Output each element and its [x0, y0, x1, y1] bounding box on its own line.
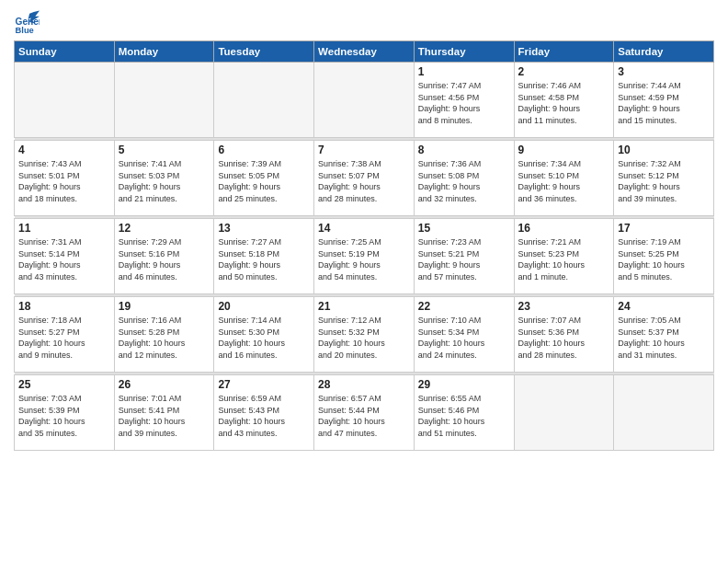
day-info: Sunrise: 7:03 AM Sunset: 5:39 PM Dayligh… — [18, 393, 110, 439]
calendar-cell: 15Sunrise: 7:23 AM Sunset: 5:21 PM Dayli… — [414, 219, 514, 294]
day-info: Sunrise: 7:44 AM Sunset: 4:59 PM Dayligh… — [618, 80, 710, 126]
calendar-cell: 19Sunrise: 7:16 AM Sunset: 5:28 PM Dayli… — [114, 297, 214, 373]
calendar-cell — [514, 375, 614, 451]
day-number: 27 — [218, 378, 310, 391]
calendar-week-row: 4Sunrise: 7:43 AM Sunset: 5:01 PM Daylig… — [15, 141, 714, 216]
day-info: Sunrise: 7:36 AM Sunset: 5:08 PM Dayligh… — [418, 158, 510, 204]
calendar-cell: 14Sunrise: 7:25 AM Sunset: 5:19 PM Dayli… — [314, 219, 415, 294]
day-number: 3 — [618, 65, 710, 78]
day-number: 17 — [618, 222, 710, 235]
calendar-cell: 11Sunrise: 7:31 AM Sunset: 5:14 PM Dayli… — [15, 219, 115, 294]
calendar-cell: 25Sunrise: 7:03 AM Sunset: 5:39 PM Dayli… — [15, 375, 115, 451]
calendar-cell: 1Sunrise: 7:47 AM Sunset: 4:56 PM Daylig… — [414, 63, 514, 138]
weekday-header-friday: Friday — [514, 41, 614, 63]
weekday-header-wednesday: Wednesday — [314, 41, 415, 63]
day-info: Sunrise: 7:25 AM Sunset: 5:19 PM Dayligh… — [318, 236, 410, 282]
day-number: 1 — [418, 65, 510, 78]
day-info: Sunrise: 7:01 AM Sunset: 5:41 PM Dayligh… — [119, 393, 210, 439]
day-number: 26 — [119, 378, 210, 391]
svg-text:Blue: Blue — [16, 26, 34, 35]
calendar-cell: 8Sunrise: 7:36 AM Sunset: 5:08 PM Daylig… — [414, 141, 514, 216]
calendar-cell: 23Sunrise: 7:07 AM Sunset: 5:36 PM Dayli… — [514, 297, 614, 373]
logo: General Blue — [14, 9, 40, 35]
weekday-header-sunday: Sunday — [15, 41, 115, 63]
weekday-header-monday: Monday — [114, 41, 214, 63]
day-info: Sunrise: 7:14 AM Sunset: 5:30 PM Dayligh… — [218, 315, 310, 361]
calendar-cell: 13Sunrise: 7:27 AM Sunset: 5:18 PM Dayli… — [214, 219, 314, 294]
calendar-week-row: 1Sunrise: 7:47 AM Sunset: 4:56 PM Daylig… — [15, 63, 714, 138]
weekday-header-thursday: Thursday — [414, 41, 514, 63]
day-info: Sunrise: 7:21 AM Sunset: 5:23 PM Dayligh… — [518, 236, 610, 282]
calendar-cell: 22Sunrise: 7:10 AM Sunset: 5:34 PM Dayli… — [414, 297, 514, 373]
day-info: Sunrise: 7:16 AM Sunset: 5:28 PM Dayligh… — [119, 315, 210, 361]
calendar-cell: 17Sunrise: 7:19 AM Sunset: 5:25 PM Dayli… — [614, 219, 714, 294]
calendar-cell: 26Sunrise: 7:01 AM Sunset: 5:41 PM Dayli… — [114, 375, 214, 451]
day-number: 24 — [618, 300, 710, 313]
day-info: Sunrise: 7:43 AM Sunset: 5:01 PM Dayligh… — [18, 158, 110, 204]
calendar-week-row: 25Sunrise: 7:03 AM Sunset: 5:39 PM Dayli… — [15, 375, 714, 451]
day-info: Sunrise: 7:29 AM Sunset: 5:16 PM Dayligh… — [119, 236, 210, 282]
day-info: Sunrise: 6:59 AM Sunset: 5:43 PM Dayligh… — [218, 393, 310, 439]
calendar-cell: 18Sunrise: 7:18 AM Sunset: 5:27 PM Dayli… — [15, 297, 115, 373]
calendar-cell: 20Sunrise: 7:14 AM Sunset: 5:30 PM Dayli… — [214, 297, 314, 373]
day-number: 16 — [518, 222, 610, 235]
calendar-cell: 12Sunrise: 7:29 AM Sunset: 5:16 PM Dayli… — [114, 219, 214, 294]
day-number: 7 — [318, 144, 410, 156]
calendar-cell: 28Sunrise: 6:57 AM Sunset: 5:44 PM Dayli… — [314, 375, 415, 451]
day-info: Sunrise: 7:41 AM Sunset: 5:03 PM Dayligh… — [119, 158, 210, 204]
day-info: Sunrise: 7:32 AM Sunset: 5:12 PM Dayligh… — [618, 158, 710, 204]
day-info: Sunrise: 7:46 AM Sunset: 4:58 PM Dayligh… — [518, 80, 610, 126]
calendar-cell: 9Sunrise: 7:34 AM Sunset: 5:10 PM Daylig… — [514, 141, 614, 216]
day-number: 23 — [518, 300, 610, 313]
day-info: Sunrise: 7:27 AM Sunset: 5:18 PM Dayligh… — [218, 236, 310, 282]
weekday-header-tuesday: Tuesday — [214, 41, 314, 63]
day-number: 18 — [18, 300, 110, 313]
day-number: 19 — [119, 300, 210, 313]
day-info: Sunrise: 7:19 AM Sunset: 5:25 PM Dayligh… — [618, 236, 710, 282]
day-number: 22 — [418, 300, 510, 313]
calendar-cell — [114, 63, 214, 138]
day-number: 6 — [218, 144, 310, 156]
day-info: Sunrise: 7:18 AM Sunset: 5:27 PM Dayligh… — [18, 315, 110, 361]
day-number: 20 — [218, 300, 310, 313]
calendar-cell: 3Sunrise: 7:44 AM Sunset: 4:59 PM Daylig… — [614, 63, 714, 138]
day-number: 11 — [18, 222, 110, 235]
day-number: 10 — [618, 144, 710, 156]
day-number: 28 — [318, 378, 410, 391]
day-number: 5 — [119, 144, 210, 156]
day-info: Sunrise: 7:34 AM Sunset: 5:10 PM Dayligh… — [518, 158, 610, 204]
weekday-header-saturday: Saturday — [614, 41, 714, 63]
calendar-table: SundayMondayTuesdayWednesdayThursdayFrid… — [14, 40, 714, 451]
calendar-cell: 29Sunrise: 6:55 AM Sunset: 5:46 PM Dayli… — [414, 375, 514, 451]
day-info: Sunrise: 7:47 AM Sunset: 4:56 PM Dayligh… — [418, 80, 510, 126]
day-info: Sunrise: 7:23 AM Sunset: 5:21 PM Dayligh… — [418, 236, 510, 282]
day-number: 15 — [418, 222, 510, 235]
calendar-cell: 2Sunrise: 7:46 AM Sunset: 4:58 PM Daylig… — [514, 63, 614, 138]
page-header: General Blue — [14, 9, 714, 35]
day-number: 21 — [318, 300, 410, 313]
day-info: Sunrise: 7:38 AM Sunset: 5:07 PM Dayligh… — [318, 158, 410, 204]
day-number: 9 — [518, 144, 610, 156]
day-info: Sunrise: 7:10 AM Sunset: 5:34 PM Dayligh… — [418, 315, 510, 361]
calendar-cell: 4Sunrise: 7:43 AM Sunset: 5:01 PM Daylig… — [15, 141, 115, 216]
calendar-cell: 7Sunrise: 7:38 AM Sunset: 5:07 PM Daylig… — [314, 141, 415, 216]
calendar-cell: 21Sunrise: 7:12 AM Sunset: 5:32 PM Dayli… — [314, 297, 415, 373]
day-number: 14 — [318, 222, 410, 235]
calendar-cell — [15, 63, 115, 138]
calendar-week-row: 18Sunrise: 7:18 AM Sunset: 5:27 PM Dayli… — [15, 297, 714, 373]
day-number: 25 — [18, 378, 110, 391]
day-number: 4 — [18, 144, 110, 156]
day-number: 13 — [218, 222, 310, 235]
day-number: 29 — [418, 378, 510, 391]
calendar-cell: 27Sunrise: 6:59 AM Sunset: 5:43 PM Dayli… — [214, 375, 314, 451]
day-info: Sunrise: 7:07 AM Sunset: 5:36 PM Dayligh… — [518, 315, 610, 361]
calendar-cell — [314, 63, 415, 138]
day-number: 8 — [418, 144, 510, 156]
day-info: Sunrise: 6:55 AM Sunset: 5:46 PM Dayligh… — [418, 393, 510, 439]
calendar-cell — [614, 375, 714, 451]
calendar-cell: 10Sunrise: 7:32 AM Sunset: 5:12 PM Dayli… — [614, 141, 714, 216]
day-number: 12 — [119, 222, 210, 235]
calendar-header-row: SundayMondayTuesdayWednesdayThursdayFrid… — [15, 41, 714, 63]
logo-bird-icon: General Blue — [14, 9, 40, 35]
calendar-cell: 5Sunrise: 7:41 AM Sunset: 5:03 PM Daylig… — [114, 141, 214, 216]
